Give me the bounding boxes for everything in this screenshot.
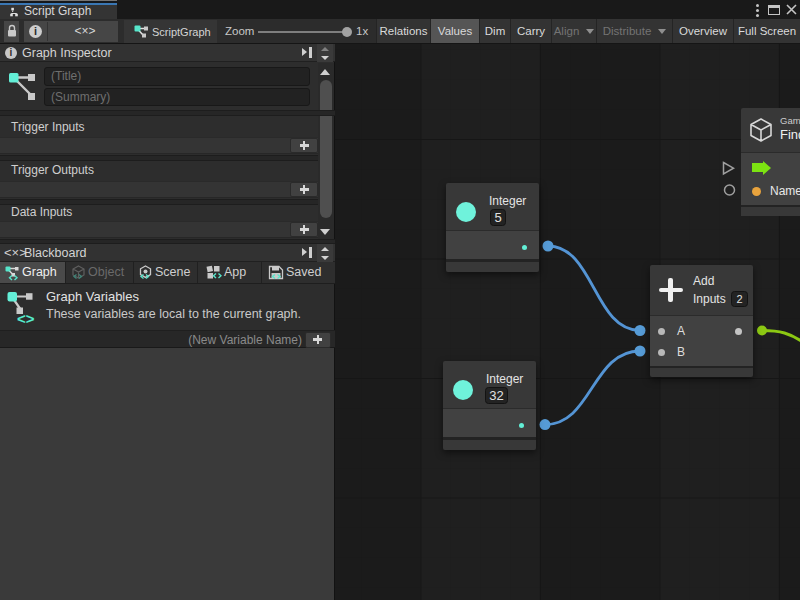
svg-text:<>: <>: [17, 310, 35, 326]
